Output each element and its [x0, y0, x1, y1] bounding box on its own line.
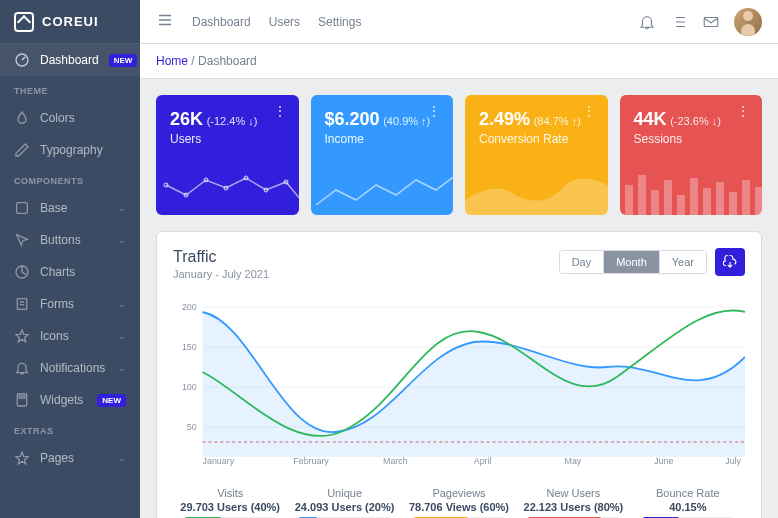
sidebar-item-pages[interactable]: Pages ⌄ [0, 442, 140, 474]
header-link-users[interactable]: Users [269, 15, 300, 29]
brand[interactable]: COREUI [0, 0, 140, 44]
widget-menu-button[interactable]: ⋮ [273, 109, 287, 113]
svg-text:May: May [565, 456, 582, 466]
svg-rect-17 [664, 180, 672, 215]
svg-text:February: February [293, 456, 329, 466]
star-icon [14, 328, 30, 344]
svg-text:April: April [474, 456, 492, 466]
sidebar-item-dashboard[interactable]: Dashboard NEW [0, 44, 140, 76]
header-link-dashboard[interactable]: Dashboard [192, 15, 251, 29]
header: Dashboard Users Settings [140, 0, 778, 44]
widget-change: (-12.4% ↓) [207, 115, 258, 127]
svg-text:50: 50 [187, 422, 197, 432]
sidebar-item-notifications[interactable]: Notifications ⌄ [0, 352, 140, 384]
widget-label: Sessions [634, 132, 749, 146]
sidebar-item-colors[interactable]: Colors [0, 102, 140, 134]
sidebar-item-label: Base [40, 201, 67, 215]
star-icon [14, 450, 30, 466]
period-year-button[interactable]: Year [659, 251, 706, 273]
widget-change: (84.7% ↑) [534, 115, 581, 127]
period-month-button[interactable]: Month [603, 251, 659, 273]
svg-rect-19 [690, 178, 698, 215]
sidebar: COREUI Dashboard NEW THEME Colors Typogr… [0, 0, 140, 518]
svg-rect-22 [729, 192, 737, 215]
download-button[interactable] [715, 248, 745, 276]
svg-rect-15 [638, 175, 646, 215]
svg-text:150: 150 [182, 342, 197, 352]
svg-text:January: January [203, 456, 235, 466]
sidebar-item-forms[interactable]: Forms ⌄ [0, 288, 140, 320]
svg-text:100: 100 [182, 382, 197, 392]
period-day-button[interactable]: Day [560, 251, 604, 273]
cloud-download-icon [723, 255, 737, 269]
metric-title: Visits [173, 487, 287, 499]
widget-menu-button[interactable]: ⋮ [582, 109, 596, 113]
bell-icon[interactable] [638, 13, 656, 31]
widget-sparkline [311, 160, 454, 215]
drop-icon [14, 110, 30, 126]
widget-menu-button[interactable]: ⋮ [736, 109, 750, 113]
svg-text:June: June [654, 456, 673, 466]
metric-item: Pageviews78.706 Views (60%) [402, 487, 516, 518]
breadcrumb-home[interactable]: Home [156, 54, 188, 68]
speedometer-icon [14, 52, 30, 68]
sidebar-item-label: Charts [40, 265, 75, 279]
metric-title: Unique [287, 487, 401, 499]
new-badge: NEW [97, 394, 126, 407]
menu-toggle-button[interactable] [156, 11, 174, 32]
sidebar-item-label: Forms [40, 297, 74, 311]
list-icon[interactable] [670, 13, 688, 31]
widget-sparkline [620, 160, 763, 215]
sidebar-item-icons[interactable]: Icons ⌄ [0, 320, 140, 352]
sidebar-item-label: Dashboard [40, 53, 99, 67]
sidebar-item-buttons[interactable]: Buttons ⌄ [0, 224, 140, 256]
chevron-down-icon: ⌄ [118, 453, 126, 463]
svg-rect-23 [742, 180, 750, 215]
svg-rect-18 [677, 195, 685, 215]
chevron-down-icon: ⌄ [118, 235, 126, 245]
breadcrumb-current: Dashboard [198, 54, 257, 68]
widget-value: 44K [634, 109, 667, 129]
sidebar-item-label: Notifications [40, 361, 105, 375]
svg-rect-1 [17, 203, 28, 214]
new-badge: NEW [109, 54, 138, 67]
chevron-down-icon: ⌄ [118, 299, 126, 309]
svg-text:July: July [725, 456, 741, 466]
metric-value: 22.123 Users (80%) [516, 501, 630, 513]
sidebar-item-label: Buttons [40, 233, 81, 247]
widget-sparkline [465, 160, 608, 215]
sidebar-item-base[interactable]: Base ⌄ [0, 192, 140, 224]
header-link-settings[interactable]: Settings [318, 15, 361, 29]
sidebar-item-widgets[interactable]: Widgets NEW [0, 384, 140, 416]
sidebar-item-label: Widgets [40, 393, 83, 407]
svg-rect-16 [651, 190, 659, 215]
svg-text:200: 200 [182, 302, 197, 312]
avatar[interactable] [734, 8, 762, 36]
pencil-icon [14, 142, 30, 158]
sidebar-item-typography[interactable]: Typography [0, 134, 140, 166]
sidebar-item-charts[interactable]: Charts [0, 256, 140, 288]
calculator-icon [14, 392, 30, 408]
widget-menu-button[interactable]: ⋮ [427, 109, 441, 113]
widget-label: Users [170, 132, 285, 146]
widget-value: $6.200 [325, 109, 380, 129]
metric-title: Pageviews [402, 487, 516, 499]
widget-sessions: 44K (-23.6% ↓) Sessions ⋮ [620, 95, 763, 215]
widget-change: (-23.6% ↓) [670, 115, 721, 127]
sidebar-heading-theme: THEME [0, 76, 140, 102]
breadcrumb: Home / Dashboard [140, 44, 778, 79]
sidebar-heading-extras: EXTRAS [0, 416, 140, 442]
metric-item: Unique24.093 Users (20%) [287, 487, 401, 518]
svg-rect-6 [704, 17, 718, 26]
chevron-down-icon: ⌄ [118, 203, 126, 213]
sidebar-item-label: Typography [40, 143, 103, 157]
metric-item: Visits29.703 Users (40%) [173, 487, 287, 518]
metric-item: Bounce Rate40.15% [631, 487, 745, 518]
chevron-down-icon: ⌄ [118, 363, 126, 373]
envelope-icon[interactable] [702, 13, 720, 31]
widget-income: $6.200 (40.9% ↑) Income ⋮ [311, 95, 454, 215]
metric-value: 78.706 Views (60%) [402, 501, 516, 513]
chart-icon [14, 264, 30, 280]
widget-value: 26K [170, 109, 203, 129]
metric-title: New Users [516, 487, 630, 499]
